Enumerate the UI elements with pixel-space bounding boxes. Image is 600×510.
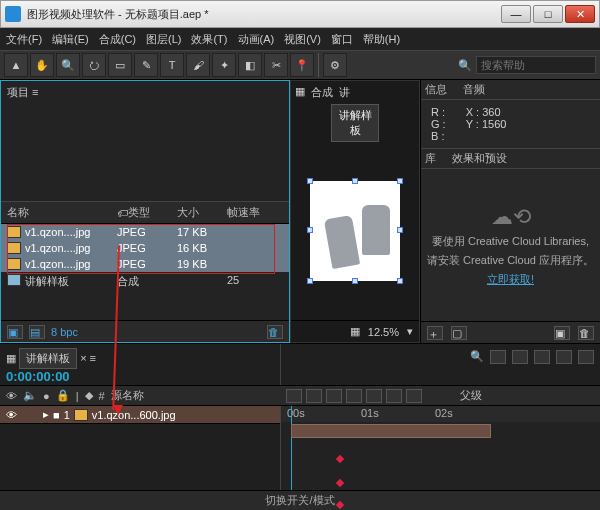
pin-tool[interactable]: 📍 xyxy=(290,53,314,77)
grid-icon[interactable]: ▦ xyxy=(350,325,360,338)
image-icon xyxy=(74,409,88,421)
handle[interactable] xyxy=(397,227,403,233)
handle[interactable] xyxy=(307,227,313,233)
brush-tool[interactable]: 🖌 xyxy=(186,53,210,77)
col-size[interactable]: 大小 xyxy=(177,205,227,220)
switch-btn[interactable] xyxy=(306,389,322,403)
minimize-button[interactable]: — xyxy=(501,5,531,23)
handle[interactable] xyxy=(307,178,313,184)
switch-btn[interactable] xyxy=(346,389,362,403)
composition-panel-label[interactable]: 合成 xyxy=(311,85,333,100)
library-panel: ☁⟲ 要使用 Creative Cloud Libraries, 请安装 Cre… xyxy=(421,169,600,321)
tab-library[interactable]: 库 xyxy=(425,151,436,166)
tl-btn[interactable] xyxy=(512,350,528,364)
new-bin-button[interactable]: ▣ xyxy=(7,325,23,339)
layer-bar[interactable] xyxy=(291,424,491,438)
tl-btn[interactable] xyxy=(534,350,550,364)
timeline-tab[interactable]: 讲解样板 xyxy=(19,348,77,369)
tl-btn[interactable] xyxy=(556,350,572,364)
solo-icon[interactable]: ● xyxy=(43,390,50,402)
composition-tab[interactable]: 讲解样板 xyxy=(331,104,379,142)
project-row[interactable]: v1.qzon....jpg JPEG 19 KB xyxy=(1,256,289,272)
handle[interactable] xyxy=(397,278,403,284)
keyframe[interactable] xyxy=(336,479,344,487)
close-button[interactable]: ✕ xyxy=(565,5,595,23)
menu-file[interactable]: 文件(F) xyxy=(6,32,42,47)
canvas[interactable] xyxy=(310,181,400,281)
bpc-indicator[interactable]: 8 bpc xyxy=(51,326,78,338)
composition-viewer[interactable] xyxy=(291,142,419,320)
search-icon[interactable]: 🔍 xyxy=(470,350,484,364)
eye-icon[interactable]: 👁 xyxy=(6,390,17,402)
selection-tool[interactable]: ▲ xyxy=(4,53,28,77)
col-parent[interactable]: 父级 xyxy=(460,388,482,403)
lib-btn[interactable]: ▢ xyxy=(451,326,467,340)
col-rate[interactable]: 帧速率 xyxy=(227,205,277,220)
menu-window[interactable]: 窗口 xyxy=(331,32,353,47)
tl-btn[interactable] xyxy=(578,350,594,364)
menu-help[interactable]: 帮助(H) xyxy=(363,32,400,47)
project-row[interactable]: v1.qzon....jpg JPEG 17 KB xyxy=(1,224,289,240)
tab-audio[interactable]: 音频 xyxy=(463,82,485,97)
shape-tool[interactable]: ▭ xyxy=(108,53,132,77)
fx-button[interactable]: ⚙ xyxy=(323,53,347,77)
maximize-button[interactable]: □ xyxy=(533,5,563,23)
text-tool[interactable]: T xyxy=(160,53,184,77)
zoom-tool[interactable]: 🔍 xyxy=(56,53,80,77)
switch-btn[interactable] xyxy=(406,389,422,403)
switch-btn[interactable] xyxy=(386,389,402,403)
hand-tool[interactable]: ✋ xyxy=(30,53,54,77)
eraser-tool[interactable]: ◧ xyxy=(238,53,262,77)
library-get-link[interactable]: 立即获取! xyxy=(487,272,534,287)
handle[interactable] xyxy=(307,278,313,284)
keyframe[interactable] xyxy=(336,455,344,463)
zoom-level[interactable]: 12.5% xyxy=(368,326,399,338)
handle[interactable] xyxy=(352,178,358,184)
lib-btn2[interactable]: ▣ xyxy=(554,326,570,340)
layer-row[interactable]: 👁 ▸ ■ 1 v1.qzon...600.jpg xyxy=(0,406,280,424)
lock-icon[interactable]: 🔒 xyxy=(56,389,70,402)
switch-btn[interactable] xyxy=(366,389,382,403)
switch-btn[interactable] xyxy=(286,389,302,403)
handle[interactable] xyxy=(352,278,358,284)
toggle-switches-label[interactable]: 切换开关/模式 xyxy=(265,493,334,508)
project-row[interactable]: v1.qzon....jpg JPEG 16 KB xyxy=(1,240,289,256)
tab-effects[interactable]: 效果和预设 xyxy=(452,151,507,166)
menu-layer[interactable]: 图层(L) xyxy=(146,32,181,47)
speaker-icon[interactable]: 🔈 xyxy=(23,389,37,402)
current-time[interactable]: 0:00:00:00 xyxy=(6,369,70,384)
menu-effect[interactable]: 效果(T) xyxy=(191,32,227,47)
library-msg2: 请安装 Creative Cloud 应用程序。 xyxy=(427,253,594,268)
label-icon[interactable]: ◆ xyxy=(85,389,93,402)
handle[interactable] xyxy=(397,178,403,184)
tab-info[interactable]: 信息 xyxy=(425,82,447,97)
time-ruler[interactable]: 00s 01s 02s xyxy=(281,406,600,422)
project-row[interactable]: 讲解样板 合成 25 xyxy=(1,272,289,291)
menu-edit[interactable]: 编辑(E) xyxy=(52,32,89,47)
layer-name: v1.qzon...600.jpg xyxy=(92,409,176,421)
new-comp-button[interactable]: ▤ xyxy=(29,325,45,339)
roto-tool[interactable]: ✂ xyxy=(264,53,288,77)
col-name[interactable]: 名称 xyxy=(7,205,117,220)
col-kind[interactable]: 🏷类型 xyxy=(117,205,177,220)
tl-btn[interactable] xyxy=(490,350,506,364)
timeline-tracks[interactable]: 00s 01s 02s xyxy=(280,406,600,490)
figure-b xyxy=(362,205,390,255)
dropdown-icon[interactable]: ▾ xyxy=(407,325,413,338)
orbit-tool[interactable]: ⭮ xyxy=(82,53,106,77)
playhead[interactable] xyxy=(291,406,292,490)
menu-animation[interactable]: 动画(A) xyxy=(238,32,275,47)
eye-icon[interactable]: 👁 xyxy=(6,409,17,421)
clone-tool[interactable]: ✦ xyxy=(212,53,236,77)
lib-delete-button[interactable]: 🗑 xyxy=(578,326,594,340)
help-search-input[interactable] xyxy=(476,56,596,74)
col-source[interactable]: 源名称 xyxy=(111,388,144,403)
pen-tool[interactable]: ✎ xyxy=(134,53,158,77)
switch-btn[interactable] xyxy=(326,389,342,403)
close-tab-icon[interactable]: × xyxy=(80,352,86,364)
menu-composition[interactable]: 合成(C) xyxy=(99,32,136,47)
project-tab[interactable]: 项目 ≡ xyxy=(1,81,289,104)
menu-view[interactable]: 视图(V) xyxy=(284,32,321,47)
delete-button[interactable]: 🗑 xyxy=(267,325,283,339)
lib-add-button[interactable]: ＋ xyxy=(427,326,443,340)
